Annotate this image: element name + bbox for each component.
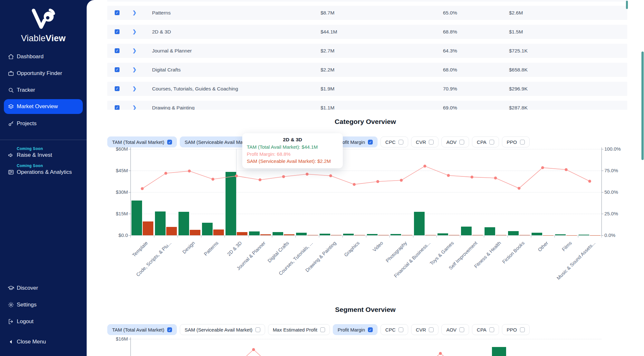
filter-chip-cpc[interactable]: CPC (380, 324, 408, 335)
filter-chip-tam-total-avail-market-[interactable]: TAM (Total Avail Market) (107, 324, 177, 335)
chevron-right-icon[interactable] (132, 105, 137, 110)
page-scrollbar-thumb[interactable] (641, 52, 644, 160)
profit-margin-point[interactable] (235, 174, 238, 177)
chevron-right-icon[interactable] (132, 29, 137, 34)
profit-margin-point[interactable] (494, 177, 497, 180)
row-checkbox[interactable] (115, 10, 120, 15)
profit-margin-point[interactable] (541, 166, 544, 169)
x-axis-label: Music & Sound Assets... (555, 240, 596, 281)
right-axis-tick (601, 149, 603, 149)
filter-checkbox[interactable] (489, 140, 494, 145)
filter-checkbox[interactable] (320, 327, 325, 332)
chevron-right-icon[interactable] (132, 86, 137, 91)
profit-margin-point[interactable] (306, 173, 309, 175)
profit-margin-point[interactable] (259, 178, 262, 181)
x-axis-tick (342, 236, 343, 238)
profit-margin-point[interactable] (282, 175, 285, 178)
chevron-right-icon[interactable] (132, 10, 137, 15)
profit-margin-point[interactable] (164, 172, 167, 175)
filter-checkbox[interactable] (167, 327, 172, 332)
sidebar-item-operations-analytics[interactable]: Operations & Analytics (0, 167, 87, 177)
filter-checkbox[interactable] (429, 327, 434, 332)
x-axis-tick (178, 236, 178, 238)
sidebar-item-opportunity-finder[interactable]: Opportunity Finder (0, 66, 87, 81)
table-row[interactable]: Drawing & Painting$1.1M69.0%$287.8K (107, 101, 627, 110)
profit-margin-point[interactable] (141, 187, 144, 190)
tam-bar[interactable] (492, 347, 506, 356)
filter-checkbox[interactable] (368, 327, 373, 332)
filter-chip-profit-margin[interactable]: Profit Margin (333, 324, 378, 335)
sidebar-item-raise-invest[interactable]: Raise & Invest (0, 150, 87, 160)
sidebar-item-discover[interactable]: Discover (0, 281, 87, 295)
sidebar-item-label: Raise & Invest (17, 152, 52, 158)
profit-margin-point[interactable] (353, 183, 356, 186)
filter-chip-ppo[interactable]: PPO (502, 324, 530, 335)
filter-checkbox[interactable] (520, 140, 525, 145)
filter-checkbox[interactable] (255, 327, 260, 332)
filter-chip-aov[interactable]: AOV (441, 136, 469, 147)
profit-margin-point[interactable] (188, 170, 191, 173)
x-axis-label: Design (181, 240, 196, 255)
sidebar-item-tracker[interactable]: Tracker (0, 83, 87, 98)
sidebar-item-projects[interactable]: Projects (0, 116, 87, 131)
row-checkbox[interactable] (115, 67, 120, 72)
profit-margin-point[interactable] (329, 174, 332, 177)
filter-chip-sam-serviceable-avail-market-[interactable]: SAM (Serviceable Avail Market) (180, 324, 265, 335)
filter-chip-aov[interactable]: AOV (441, 324, 469, 335)
filter-checkbox[interactable] (429, 140, 434, 145)
profit-margin-point[interactable] (423, 165, 426, 168)
table-row[interactable]: Courses, Tutorials, Guides & Coaching$1.… (107, 82, 627, 96)
x-axis-tick (531, 236, 531, 238)
filter-chip-cpa[interactable]: CPA (472, 136, 499, 147)
profit-margin-point[interactable] (470, 176, 473, 179)
profit-margin-point[interactable] (211, 178, 214, 181)
profit-margin-point[interactable] (518, 187, 521, 190)
y-axis-label-right: 0.0% (604, 232, 615, 238)
filter-checkbox[interactable] (167, 140, 172, 145)
filter-chip-cvr[interactable]: CVR (411, 324, 439, 335)
row-checkbox[interactable] (115, 48, 120, 53)
filter-chip-max-estimated-profit[interactable]: Max Estimated Profit (268, 324, 330, 335)
brand-name-regular: Viable (21, 33, 45, 43)
filter-chip-cvr[interactable]: CVR (411, 136, 439, 147)
table-row[interactable]: Digital Crafts$2.2M68.0%$658.8K (107, 63, 627, 77)
sidebar-item-market-overview[interactable]: Market Overview (4, 99, 83, 114)
chevron-right-icon[interactable] (132, 67, 137, 72)
category-overview-title: Category Overview (87, 118, 644, 126)
filter-checkbox[interactable] (368, 140, 373, 145)
table-row[interactable]: Patterns$8.7M65.0%$2.6M (107, 6, 627, 20)
filter-chip-cpa[interactable]: CPA (472, 324, 499, 335)
row-checkbox[interactable] (115, 86, 120, 91)
row-checkbox[interactable] (115, 105, 120, 110)
profit-margin-point[interactable] (588, 180, 591, 183)
filter-chip-tam-total-avail-market-[interactable]: TAM (Total Avail Market) (107, 136, 177, 147)
gear-icon (7, 301, 14, 308)
sidebar-item-dashboard[interactable]: Dashboard (0, 49, 87, 64)
sidebar-item-logout[interactable]: Logout (0, 314, 87, 329)
sidebar-item-settings[interactable]: Settings (0, 297, 87, 312)
row-checkbox[interactable] (115, 29, 120, 34)
filter-chip-cpc[interactable]: CPC (380, 136, 408, 147)
filter-chip-label: PPO (507, 139, 517, 145)
filter-checkbox[interactable] (459, 327, 464, 332)
filter-checkbox[interactable] (489, 327, 494, 332)
profit-margin-point[interactable] (400, 179, 403, 182)
profit-margin-point[interactable] (565, 168, 568, 171)
filter-checkbox[interactable] (459, 140, 464, 145)
filter-checkbox[interactable] (520, 327, 525, 332)
profit-margin-point[interactable] (447, 174, 450, 177)
y-axis-label: $45M (105, 168, 128, 173)
tooltip-title: 2D & 3D (247, 137, 338, 143)
table-row[interactable]: 2D & 3D$44.1M68.8%$1.5M (107, 25, 627, 39)
filter-checkbox[interactable] (399, 327, 403, 332)
tooltip-tam-value: TAM (Total Avail Market): $44.1M (247, 144, 338, 151)
chevron-right-icon[interactable] (132, 48, 137, 53)
table-scrollbar-thumb[interactable] (626, 1, 628, 9)
tooltip-margin-value: Profit Margin: 68.8% (247, 151, 338, 158)
filter-checkbox[interactable] (399, 140, 403, 145)
filter-chip-ppo[interactable]: PPO (502, 136, 530, 147)
sidebar-item-close-menu[interactable]: Close Menu (0, 334, 87, 349)
profit-margin-point[interactable] (376, 180, 379, 183)
table-row[interactable]: Journal & Planner$2.7M64.3%$725.1K (107, 44, 627, 58)
left-axis-line (130, 337, 131, 356)
